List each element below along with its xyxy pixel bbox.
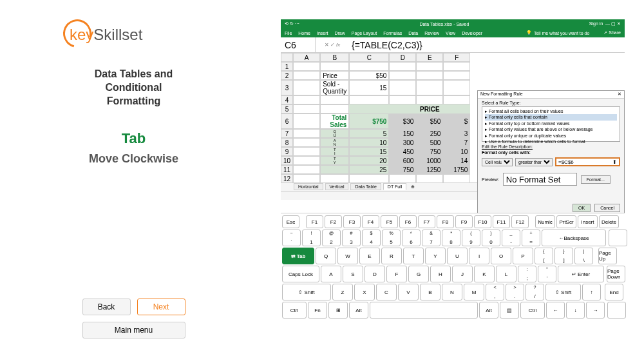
key-bracket[interactable]: {[: [535, 248, 553, 264]
key-f10[interactable]: F10: [474, 215, 491, 228]
formula-bar[interactable]: {=TABLE(C2,C3)}: [349, 40, 625, 50]
key-down[interactable]: ↓: [566, 302, 585, 319]
key-numlc[interactable]: Numlc: [535, 215, 555, 228]
key-c[interactable]: C: [376, 284, 397, 300]
key-e[interactable]: E: [359, 248, 380, 264]
key-4[interactable]: $4: [362, 230, 381, 246]
key-rctrl[interactable]: Ctrl: [520, 302, 545, 319]
key-f4[interactable]: F4: [362, 215, 379, 228]
tab-vertical[interactable]: Vertical: [325, 183, 349, 190]
tab-datatable[interactable]: Data Table: [350, 183, 381, 190]
ribbon-developer[interactable]: Developer: [462, 31, 482, 35]
key-capslock[interactable]: Caps Lock: [282, 266, 319, 282]
key-f[interactable]: F: [386, 266, 407, 282]
key-0[interactable]: )0: [482, 230, 500, 246]
key-a[interactable]: A: [321, 266, 341, 282]
ribbon-insert[interactable]: Insert: [317, 31, 328, 35]
ribbon-layout[interactable]: Page Layout: [352, 31, 377, 35]
key-space[interactable]: [370, 302, 478, 319]
key-ralt[interactable]: Alt: [479, 302, 498, 319]
key-l[interactable]: L: [496, 266, 516, 282]
key-pgup[interactable]: Page Up: [598, 248, 617, 264]
condition-dropdown[interactable]: greater than: [515, 158, 553, 166]
key-f9[interactable]: F9: [455, 215, 473, 228]
key-m[interactable]: M: [464, 284, 484, 300]
key-7[interactable]: &7: [422, 230, 440, 246]
ribbon-draw[interactable]: Draw: [334, 31, 345, 35]
key-=[interactable]: +=: [522, 230, 540, 246]
key-9[interactable]: (9: [462, 230, 480, 246]
key-f7[interactable]: F7: [418, 215, 435, 228]
key-6[interactable]: ^6: [402, 230, 421, 246]
key-3[interactable]: #3: [342, 230, 361, 246]
key-1[interactable]: !1: [302, 230, 321, 246]
ribbon-home[interactable]: Home: [298, 31, 310, 35]
key-delete[interactable]: Delete: [599, 215, 619, 228]
signin-link[interactable]: Sign in: [589, 21, 603, 26]
key-punct[interactable]: "': [538, 266, 556, 282]
key-left[interactable]: ←: [546, 302, 565, 319]
key-r[interactable]: R: [381, 248, 402, 264]
key-bracket[interactable]: }]: [554, 248, 573, 264]
key-v[interactable]: V: [398, 284, 419, 300]
ribbon-review[interactable]: Review: [424, 31, 439, 35]
key-i[interactable]: I: [469, 248, 489, 264]
key-p[interactable]: P: [513, 248, 533, 264]
back-button[interactable]: Back: [82, 299, 131, 315]
key-b[interactable]: B: [420, 284, 440, 300]
key-punct[interactable]: :;: [518, 266, 536, 282]
key-end[interactable]: End: [605, 284, 623, 300]
key-2[interactable]: @2: [322, 230, 341, 246]
key-s[interactable]: S: [343, 266, 363, 282]
key--[interactable]: _-: [502, 230, 520, 246]
ribbon-file[interactable]: File: [285, 31, 292, 35]
key-punct2[interactable]: ?/: [526, 284, 544, 300]
key-tab[interactable]: ⇄ Tab: [282, 248, 314, 264]
share-link[interactable]: Share: [609, 30, 621, 35]
key-blank2[interactable]: [607, 302, 626, 319]
key-o[interactable]: O: [491, 248, 511, 264]
key-lctrl[interactable]: Ctrl: [282, 302, 307, 319]
key-punct2[interactable]: >.: [506, 284, 524, 300]
key-t[interactable]: T: [403, 248, 424, 264]
key-f3[interactable]: F3: [343, 215, 361, 228]
key-w[interactable]: W: [337, 248, 358, 264]
key-f12[interactable]: F12: [511, 215, 529, 228]
key-rshift[interactable]: ⇧ Shift: [545, 284, 581, 300]
ribbon-formulas[interactable]: Formulas: [383, 31, 402, 35]
key-u[interactable]: U: [447, 248, 468, 264]
add-sheet-icon[interactable]: ⊕: [411, 184, 415, 190]
key-j[interactable]: J: [452, 266, 473, 282]
key-n[interactable]: N: [442, 284, 462, 300]
next-button[interactable]: Next: [137, 299, 185, 315]
format-button[interactable]: Format...: [581, 175, 611, 184]
key-k[interactable]: K: [474, 266, 495, 282]
key-fn[interactable]: Fn: [308, 302, 327, 319]
close-icon[interactable]: ✕: [618, 92, 621, 97]
key-q[interactable]: Q: [316, 248, 336, 264]
main-menu-button[interactable]: Main menu: [82, 322, 185, 338]
key-menu[interactable]: ▤: [500, 302, 519, 319]
ribbon-data[interactable]: Data: [408, 31, 418, 35]
key-5[interactable]: %5: [382, 230, 401, 246]
key-d[interactable]: D: [365, 266, 385, 282]
key-8[interactable]: *8: [442, 230, 460, 246]
ok-button[interactable]: OK: [573, 204, 591, 212]
key-f11[interactable]: F11: [493, 215, 510, 228]
key-x[interactable]: X: [354, 284, 375, 300]
key-f5[interactable]: F5: [381, 215, 398, 228]
key-`[interactable]: ~`: [282, 230, 301, 246]
key-up[interactable]: ↑: [582, 284, 601, 300]
key-blank1[interactable]: [609, 230, 627, 246]
key-enter[interactable]: ↵ Enter: [558, 266, 604, 282]
key-f8[interactable]: F8: [437, 215, 454, 228]
tab-horizontal[interactable]: Horizontal: [294, 183, 323, 190]
key-h[interactable]: H: [430, 266, 451, 282]
key-prtscr[interactable]: PrtScr: [556, 215, 576, 228]
key-f2[interactable]: F2: [325, 215, 342, 228]
ribbon-view[interactable]: View: [446, 31, 455, 35]
key-punct2[interactable]: <,: [486, 284, 504, 300]
key-right[interactable]: →: [586, 302, 605, 319]
tell-me[interactable]: 💡 Tell me what you want to do: [526, 30, 589, 35]
key-backspace[interactable]: ←Backspase: [542, 230, 606, 246]
